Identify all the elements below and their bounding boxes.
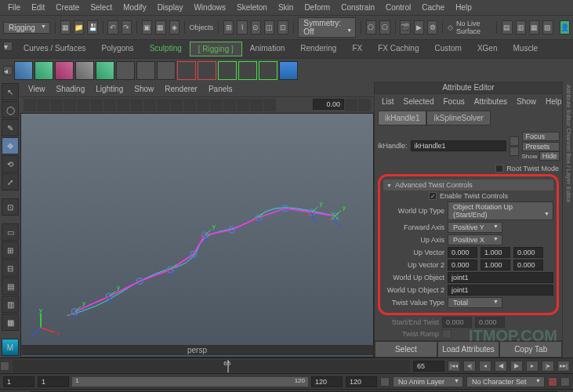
vp-gate-mask-icon[interactable] (117, 99, 129, 111)
load-attributes-button[interactable]: Load Attributes (437, 341, 500, 358)
vp-gamma-icon[interactable] (358, 99, 371, 111)
menu-windows[interactable]: Windows (189, 2, 230, 13)
shelf-nav-icon[interactable]: ◂ (3, 66, 13, 75)
menu-skin[interactable]: Skin (274, 2, 298, 13)
shelf-constraint1-icon[interactable] (177, 61, 196, 80)
range-end-field[interactable] (311, 376, 343, 387)
shelf-constraint5-icon[interactable] (259, 61, 277, 80)
vp-field-chart-icon[interactable] (130, 99, 143, 111)
viewport[interactable]: y y y yz yz y x z persp (20, 113, 374, 358)
root-twist-checkbox[interactable] (495, 165, 503, 172)
up-vector2-y[interactable] (481, 260, 510, 270)
last-tool[interactable]: ⊡ (2, 198, 19, 216)
view-menu-lighting[interactable]: Lighting (91, 83, 128, 95)
play-back-icon[interactable]: ◀ (495, 361, 507, 372)
layout-graph-icon[interactable]: ▦ (2, 314, 19, 331)
go-end-icon[interactable]: ▸▸| (557, 361, 570, 372)
twist-value-type-dropdown[interactable]: Total (448, 297, 502, 308)
focus-down-icon[interactable] (510, 147, 519, 156)
shelf-bindskin-icon[interactable] (55, 61, 74, 80)
layout-four-icon[interactable]: ⊞ (2, 241, 19, 259)
save-scene-icon[interactable]: 💾 (87, 20, 97, 34)
menu-cache[interactable]: Cache (417, 2, 449, 13)
snap-view-icon[interactable]: ⊡ (277, 20, 288, 34)
lasso-tool[interactable]: ◯ (2, 101, 19, 118)
vp-textured-icon[interactable] (197, 99, 209, 111)
up-vector-x[interactable] (448, 247, 477, 258)
render-settings-icon[interactable]: ⚙ (427, 20, 437, 34)
toggle-panel1-icon[interactable]: ▤ (502, 20, 512, 34)
shelf-tab-custom[interactable]: Custom (426, 42, 469, 56)
twist-ramp-icon[interactable] (442, 329, 452, 339)
scale-tool[interactable]: ⤢ (2, 173, 19, 191)
shelf-tab-sculpting[interactable]: Sculpting (142, 42, 190, 56)
attr-menu-focus[interactable]: Focus (439, 96, 468, 107)
attr-menu-show[interactable]: Show (513, 96, 540, 107)
toggle-panel2-icon[interactable]: ▥ (516, 20, 526, 34)
vp-wireframe-icon[interactable] (170, 99, 183, 111)
menu-skeleton[interactable]: Skeleton (232, 2, 272, 13)
vp-safe-action-icon[interactable] (143, 99, 156, 111)
toggle-panel3-icon[interactable]: ▦ (529, 20, 539, 34)
up-vector-z[interactable] (513, 247, 543, 258)
menu-constrain[interactable]: Constrain (336, 2, 379, 13)
attr-tab-solver[interactable]: ikSplineSolver (426, 111, 490, 125)
vp-smooth-icon[interactable] (183, 99, 196, 111)
shelf-mirror-icon[interactable] (157, 61, 176, 80)
rotate-tool[interactable]: ⟲ (2, 155, 19, 172)
right-dock-strip[interactable]: Attribute Editor Channel Box / Layer Edi… (562, 82, 573, 358)
view-menu-show[interactable]: Show (129, 83, 158, 95)
attr-tab-ikhandle[interactable]: ikHandle1 (378, 111, 426, 125)
enable-twist-checkbox[interactable]: ✓ (429, 192, 437, 200)
snap-point-icon[interactable]: ⊙ (251, 20, 261, 34)
prefs-icon[interactable] (560, 377, 570, 387)
toggle-panel4-icon[interactable]: ▧ (542, 20, 553, 34)
up-vector2-x[interactable] (448, 260, 477, 270)
world-up-obj-field[interactable] (448, 272, 553, 283)
vp-safe-title-icon[interactable] (157, 99, 169, 111)
menu-control[interactable]: Control (381, 2, 415, 13)
vp-grid-icon[interactable] (77, 99, 89, 111)
time-slider[interactable]: 65 |◂◂ ◂| ◂ ◀ ▶ ▸ |▸ ▸▸| (0, 358, 573, 373)
module-dropdown[interactable]: Rigging (3, 22, 50, 34)
go-start-icon[interactable]: |◂◂ (448, 361, 460, 372)
autokey-icon[interactable] (548, 377, 557, 387)
vp-bookmark-icon[interactable] (37, 99, 49, 111)
vp-xray-icon[interactable] (250, 99, 263, 111)
attr-menu-attributes[interactable]: Attributes (470, 96, 511, 107)
step-back-key-icon[interactable]: ◂| (463, 361, 476, 372)
vp-res-gate-icon[interactable] (103, 99, 116, 111)
hide-button[interactable]: Hide (539, 151, 560, 161)
current-frame-field[interactable] (413, 361, 444, 372)
shelf-menu-icon[interactable]: ▾ (3, 42, 13, 51)
undo-icon[interactable]: ↶ (107, 20, 118, 34)
vp-xray-joints-icon[interactable] (263, 99, 276, 111)
attr-menu-list[interactable]: List (378, 96, 398, 107)
anim-start-field[interactable] (3, 376, 34, 387)
new-scene-icon[interactable]: ▦ (60, 20, 71, 34)
step-back-icon[interactable]: ◂ (479, 361, 491, 372)
layout-persp-icon[interactable]: ▥ (2, 296, 19, 313)
view-menu-view[interactable]: View (24, 83, 50, 95)
shelf-tab-rendering[interactable]: Rendering (292, 42, 344, 56)
select-mode2-icon[interactable]: ▦ (155, 20, 165, 34)
view-menu-shading[interactable]: Shading (52, 83, 90, 95)
world-up-obj2-field[interactable] (448, 285, 553, 296)
shelf-cluster-icon[interactable] (116, 61, 135, 80)
shelf-humanik-icon[interactable] (279, 61, 298, 80)
focus-up-icon[interactable] (510, 136, 519, 146)
symmetry-dropdown[interactable]: Symmetry: Off (298, 17, 356, 38)
layout-two-icon[interactable]: ⊟ (2, 260, 19, 277)
menu-help[interactable]: Help (451, 2, 477, 13)
adv-twist-header[interactable]: Advanced Twist Controls (383, 180, 553, 191)
up-axis-dropdown[interactable]: Positive X (448, 234, 502, 245)
timeline-menu-icon[interactable] (0, 361, 9, 371)
account-icon[interactable]: 👤 (560, 20, 570, 34)
play-fwd-icon[interactable]: ▶ (510, 361, 523, 372)
menu-create[interactable]: Create (51, 2, 84, 13)
layout-outliner-icon[interactable]: ▤ (2, 278, 19, 295)
open-scene-icon[interactable]: 📁 (74, 20, 84, 34)
shelf-ikhandle-icon[interactable] (34, 61, 53, 80)
view-menu-panels[interactable]: Panels (204, 83, 238, 95)
char-set-dropdown[interactable]: No Character Set (466, 376, 545, 387)
